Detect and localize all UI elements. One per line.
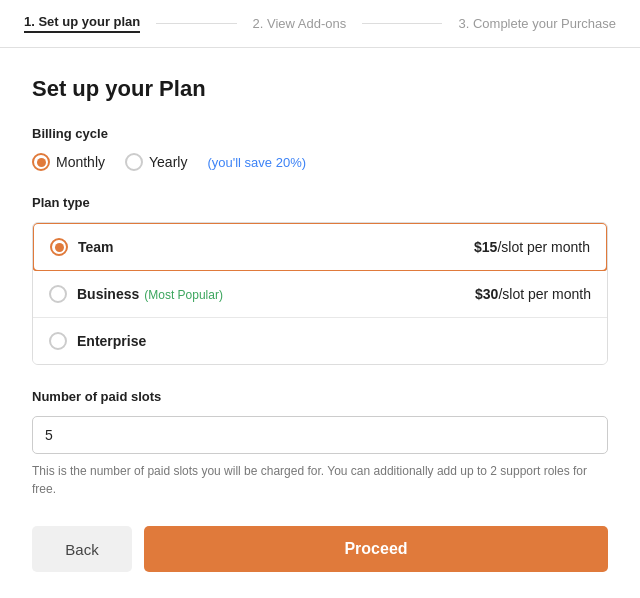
plan-business-name: Business(Most Popular) bbox=[77, 286, 475, 302]
billing-save-badge: (you'll save 20%) bbox=[207, 155, 306, 170]
step-setup[interactable]: 1. Set up your plan bbox=[24, 14, 140, 33]
slots-hint: This is the number of paid slots you wil… bbox=[32, 462, 608, 498]
billing-yearly-radio[interactable] bbox=[125, 153, 143, 171]
billing-monthly-option[interactable]: Monthly bbox=[32, 153, 105, 171]
billing-monthly-radio[interactable] bbox=[32, 153, 50, 171]
plan-option-enterprise[interactable]: Enterprise bbox=[33, 318, 607, 364]
step-purchase[interactable]: 3. Complete your Purchase bbox=[458, 16, 616, 31]
plan-option-business[interactable]: Business(Most Popular) $30/slot per mont… bbox=[33, 271, 607, 318]
step-addons-label: 2. View Add-ons bbox=[253, 16, 347, 31]
plan-business-price-unit: /slot per month bbox=[498, 286, 591, 302]
billing-cycle-section: Billing cycle Monthly Yearly (you'll sav… bbox=[32, 126, 608, 171]
main-content: Set up your Plan Billing cycle Monthly Y… bbox=[0, 48, 640, 596]
step-addons[interactable]: 2. View Add-ons bbox=[253, 16, 347, 31]
plan-team-price-value: $15 bbox=[474, 239, 497, 255]
billing-cycle-label: Billing cycle bbox=[32, 126, 608, 141]
plan-team-radio[interactable] bbox=[50, 238, 68, 256]
plan-type-label: Plan type bbox=[32, 195, 608, 210]
step-purchase-label: 3. Complete your Purchase bbox=[458, 16, 616, 31]
stepper: 1. Set up your plan 2. View Add-ons 3. C… bbox=[0, 0, 640, 48]
plan-option-team[interactable]: Team $15/slot per month bbox=[32, 222, 608, 272]
plan-enterprise-radio[interactable] bbox=[49, 332, 67, 350]
plan-business-radio[interactable] bbox=[49, 285, 67, 303]
plan-business-price-value: $30 bbox=[475, 286, 498, 302]
slots-label: Number of paid slots bbox=[32, 389, 608, 404]
slots-input[interactable] bbox=[32, 416, 608, 454]
billing-yearly-option[interactable]: Yearly bbox=[125, 153, 187, 171]
slots-section: Number of paid slots This is the number … bbox=[32, 389, 608, 498]
step-setup-label: 1. Set up your plan bbox=[24, 14, 140, 29]
back-button[interactable]: Back bbox=[32, 526, 132, 572]
billing-monthly-label: Monthly bbox=[56, 154, 105, 170]
page-title: Set up your Plan bbox=[32, 76, 608, 102]
billing-yearly-label: Yearly bbox=[149, 154, 187, 170]
plan-team-price: $15/slot per month bbox=[474, 239, 590, 255]
plan-business-price: $30/slot per month bbox=[475, 286, 591, 302]
step-divider-2 bbox=[362, 23, 442, 24]
proceed-button[interactable]: Proceed bbox=[144, 526, 608, 572]
step-divider-1 bbox=[156, 23, 236, 24]
plan-team-price-unit: /slot per month bbox=[497, 239, 590, 255]
billing-options: Monthly Yearly (you'll save 20%) bbox=[32, 153, 608, 171]
plan-type-section: Plan type Team $15/slot per month Busine… bbox=[32, 195, 608, 365]
footer-buttons: Back Proceed bbox=[32, 526, 608, 572]
plan-business-name-text: Business bbox=[77, 286, 139, 302]
billing-monthly-radio-inner bbox=[37, 158, 46, 167]
plan-team-radio-inner bbox=[55, 243, 64, 252]
plan-team-name: Team bbox=[78, 239, 474, 255]
plan-enterprise-name: Enterprise bbox=[77, 333, 591, 349]
plan-options-list: Team $15/slot per month Business(Most Po… bbox=[32, 222, 608, 365]
plan-business-popular-badge: (Most Popular) bbox=[144, 288, 223, 302]
